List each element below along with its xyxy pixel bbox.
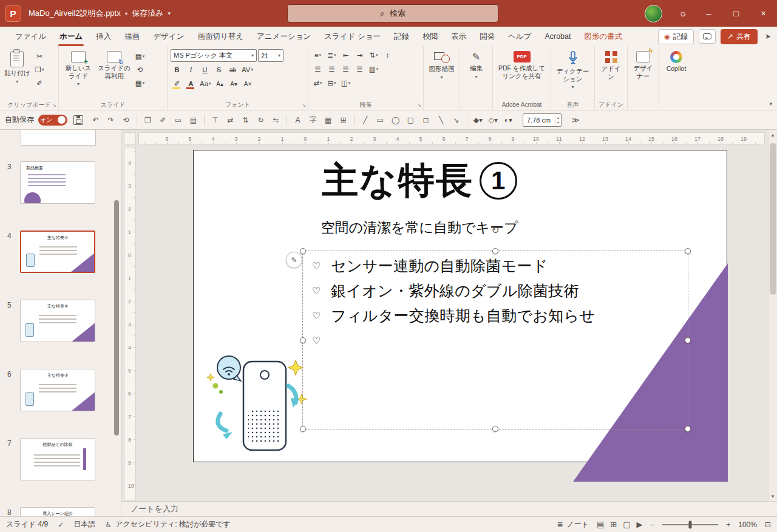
repeat-icon[interactable]: ⟲: [120, 113, 132, 127]
redo-icon[interactable]: ↷: [104, 113, 117, 127]
normal-view-button[interactable]: ▤: [597, 520, 604, 529]
fit-to-window-button[interactable]: ⊡: [765, 520, 771, 529]
quick-actions-button[interactable]: ✎: [286, 252, 302, 268]
resize-handle-bottom-left[interactable]: [300, 426, 306, 432]
maximize-button[interactable]: □: [722, 0, 750, 27]
rotate-handle[interactable]: ↻: [491, 224, 499, 236]
bold-button[interactable]: B: [171, 64, 183, 76]
highlight-color-button[interactable]: ✐: [171, 78, 183, 90]
vertical-scrollbar[interactable]: ▴ ▾: [768, 130, 777, 501]
comments-button[interactable]: [699, 29, 716, 44]
language-indicator[interactable]: 日本語: [73, 519, 95, 530]
spell-check-icon[interactable]: ✓: [58, 520, 64, 529]
tab-shape-format[interactable]: 図形の書式: [578, 27, 629, 46]
slide-thumbnail-8[interactable]: 導入シーン紹介: [20, 507, 95, 516]
zoom-in-button[interactable]: +: [726, 520, 730, 529]
line-icon[interactable]: ╱: [359, 113, 372, 127]
resize-handle-top-left[interactable]: [300, 248, 306, 254]
tab-home[interactable]: ホーム: [53, 27, 89, 46]
shapes-gallery-button[interactable]: 図形描画 ▾: [428, 49, 456, 82]
slideshow-button[interactable]: ▶: [637, 520, 643, 529]
text-direction-button[interactable]: ⇄▾: [311, 77, 324, 89]
tab-acrobat[interactable]: Acrobat: [538, 27, 577, 46]
shape-size-spinner[interactable]: 7.78 cm ▴▾: [523, 113, 562, 127]
shape-fill-icon[interactable]: ◆▾: [472, 113, 484, 127]
arrow-icon[interactable]: ↘: [450, 113, 463, 127]
slide-thumbnail-7[interactable]: 他製品との比較: [20, 438, 95, 480]
tab-transitions[interactable]: 画面切り替え: [191, 27, 250, 46]
font-name-combo[interactable]: MS Pゴシック 本文▾: [171, 49, 257, 62]
slide-thumbnail-partial[interactable]: [21, 130, 96, 146]
slide-layout-button[interactable]: ▤▾: [134, 50, 146, 62]
tab-record[interactable]: 記録: [387, 27, 416, 46]
horizontal-ruler[interactable]: 654321012345678910111213141516171819: [138, 132, 765, 144]
collapse-ribbon-icon[interactable]: ▾: [769, 101, 772, 107]
increase-font-button[interactable]: A▴: [214, 78, 226, 90]
slide-layout-icon[interactable]: ▤: [187, 113, 200, 127]
resize-handle-top-right[interactable]: [685, 248, 691, 254]
tab-slideshow[interactable]: スライド ショー: [317, 27, 387, 46]
text-box-icon[interactable]: A: [291, 113, 304, 127]
spin-up-icon[interactable]: ▴: [555, 115, 561, 120]
flip-object-icon[interactable]: ⇋: [270, 113, 282, 127]
spin-down-icon[interactable]: ▾: [555, 120, 561, 125]
notes-pane[interactable]: ノートを入力: [121, 501, 777, 516]
distribute-horizontal-icon[interactable]: ⇄: [224, 113, 237, 127]
tab-insert[interactable]: 挿入: [89, 27, 118, 46]
slide-thumbnail-4[interactable]: 主な特長①: [20, 231, 95, 273]
search-box[interactable]: ⌕ 検索: [287, 4, 498, 22]
undo-icon[interactable]: ↶: [89, 113, 102, 127]
shape-outline-icon[interactable]: ◇▾: [487, 113, 500, 127]
zoom-slider[interactable]: [662, 524, 718, 525]
rectangle-icon[interactable]: ▭: [374, 113, 387, 127]
underline-button[interactable]: U: [198, 64, 211, 76]
convert-smartart-button[interactable]: ◫▾: [339, 77, 352, 89]
character-spacing-button[interactable]: AV▾: [240, 64, 254, 76]
resize-handle-middle-left[interactable]: [300, 337, 306, 343]
tab-developer[interactable]: 開発: [473, 27, 501, 46]
slide-sorter-view-button[interactable]: ⊞: [610, 520, 617, 529]
align-text-button[interactable]: ⊟▾: [325, 77, 338, 89]
justify-button[interactable]: ☰: [353, 63, 366, 75]
notes-toggle-button[interactable]: ≣ ノート: [557, 519, 589, 530]
slide-thumbnail-6[interactable]: 主な特長③: [20, 369, 95, 411]
shape-effects-icon[interactable]: ◐▾: [502, 113, 515, 127]
tab-help[interactable]: ヘルプ: [501, 27, 538, 46]
document-title-menu[interactable]: MaDo_Airveil2説明会.pptx • 保存済み ▾: [29, 8, 171, 19]
tab-view[interactable]: 表示: [444, 27, 473, 46]
numbering-button[interactable]: ≣▾: [325, 49, 338, 61]
rotate-object-icon[interactable]: ↻: [254, 113, 267, 127]
accessibility-status[interactable]: ♿ アクセシビリティ: 検討が必要です: [105, 519, 231, 530]
bullets-button[interactable]: ≡▾: [311, 49, 324, 61]
section-button[interactable]: ▦▾: [134, 77, 146, 89]
scrollbar-thumb[interactable]: [770, 143, 776, 295]
share-button[interactable]: ↗ 共有: [721, 29, 758, 44]
slide-title[interactable]: 主な特長 1: [194, 153, 645, 209]
ellipse-icon[interactable]: ◯: [389, 113, 402, 127]
decrease-font-button[interactable]: A▾: [228, 78, 240, 90]
copilot-button[interactable]: Copilot: [665, 49, 688, 75]
resize-handle-middle-right[interactable]: [685, 337, 691, 343]
dialog-launcher-icon[interactable]: ↘: [417, 103, 421, 108]
copy-button[interactable]: ❐▾: [33, 64, 46, 76]
dialog-launcher-icon[interactable]: ↘: [302, 103, 306, 108]
tab-file[interactable]: ファイル: [8, 27, 53, 46]
bullet-item[interactable]: ♡フィルター交換時期も自動でお知らせ: [312, 303, 595, 328]
bullet-item[interactable]: ♡センサー連動の自動除菌モード: [312, 254, 595, 278]
editing-button[interactable]: ✎ 編集 ▾: [469, 49, 484, 81]
font-color-button[interactable]: A: [185, 78, 197, 90]
new-slide-button[interactable]: 新しいスライド ▾: [62, 49, 95, 89]
increase-indent-button[interactable]: ⇥: [353, 49, 366, 61]
bullet-item[interactable]: ♡: [312, 328, 595, 353]
line-spacing-button[interactable]: ⇅▾: [367, 49, 380, 61]
resize-handle-bottom-middle[interactable]: [492, 426, 498, 432]
callout-icon[interactable]: ◻: [419, 113, 432, 127]
table-icon[interactable]: ⊞: [337, 113, 350, 127]
diagonal-line-icon[interactable]: ╲: [435, 113, 447, 127]
sort-button[interactable]: ↕: [381, 49, 394, 61]
bullet-item[interactable]: ♡銀イオン・紫外線のダブル除菌技術: [312, 278, 595, 303]
autosave-toggle[interactable]: オン: [38, 115, 67, 126]
slide-subtitle[interactable]: 空間の清潔を常に自動でキープ: [194, 218, 645, 237]
font-size-combo[interactable]: 21▾: [258, 49, 283, 62]
lightbulb-icon[interactable]: ☼: [671, 8, 695, 19]
